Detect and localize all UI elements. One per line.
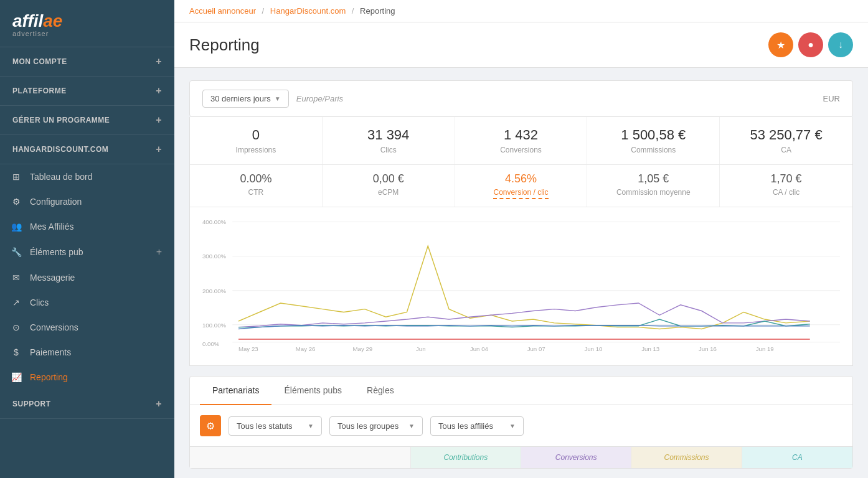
ecpm-label: eCPM [335,188,442,197]
download-button[interactable]: ↓ [828,32,853,57]
table-header: Contributions Conversions Commissions CA [190,446,852,468]
filter-left: 30 derniers jours ▼ Europe/Paris [202,90,343,108]
commissions-value: 1 500,58 € [600,127,707,143]
mail-icon: ✉ [10,273,22,283]
breadcrumb-site[interactable]: HangarDiscount.com [270,6,346,16]
filter-bar: 30 derniers jours ▼ Europe/Paris EUR [189,80,853,117]
sidebar-item-messagerie[interactable]: ✉ Messagerie [0,265,174,290]
tool-icon: 🔧 [10,247,22,257]
stat-commissions: 1 500,58 € Commissions [587,117,720,164]
tab-regles[interactable]: Règles [354,377,407,405]
affilies-filter[interactable]: Tous les affiliés ▼ [430,416,524,436]
users-icon: 👥 [10,222,22,232]
groups-filter[interactable]: Tous les groupes ▼ [329,416,423,436]
stats-row2: 0.00% CTR 0,00 € eCPM 4.56% Conversion /… [190,165,852,207]
th-empty [190,447,411,468]
svg-text:Jun 13: Jun 13 [641,345,659,352]
plus-icon: + [156,85,162,96]
sidebar-header-plateforme[interactable]: PLATEFORME + [0,77,174,105]
svg-text:Jun 10: Jun 10 [584,345,602,352]
sidebar-item-tableau-de-bord[interactable]: ⊞ Tableau de bord [0,164,174,189]
chart-svg: 400.00% 300.00% 200.00% 100.00% 0.00% Ma… [202,213,840,357]
ecpm-value: 0,00 € [335,172,442,185]
breadcrumb-home[interactable]: Accueil annonceur [189,6,256,16]
sidebar-item-reporting[interactable]: 📈 Reporting [0,365,174,390]
ca-clic-label: CA / clic [732,188,840,197]
period-select[interactable]: 30 derniers jours ▼ [202,90,289,108]
filter-row: ⚙ Tous les statuts ▼ Tous les groupes ▼ … [190,405,852,446]
comm-moy-label: Commission moyenne [600,188,707,197]
sidebar-item-clics[interactable]: ↗ Clics [0,290,174,315]
sidebar-item-mes-affilies[interactable]: 👥 Mes Affiliés [0,214,174,239]
th-contributions: Contributions [411,447,521,468]
sidebar-item-conversions[interactable]: ⊙ Conversions [0,315,174,340]
commissions-label: Commissions [600,146,707,154]
svg-text:400.00%: 400.00% [202,218,227,225]
svg-text:Jun 19: Jun 19 [756,345,774,352]
record-button[interactable]: ● [798,32,823,57]
sidebar-item-configuration[interactable]: ⚙ Configuration [0,189,174,214]
star-button[interactable]: ★ [768,32,793,57]
svg-text:May 26: May 26 [296,345,316,352]
stats-container: 0 Impressions 31 394 Clics 1 432 Convers… [189,117,853,366]
svg-text:Jun 16: Jun 16 [699,345,717,352]
ca-label: CA [732,146,840,154]
breadcrumb: Accueil annonceur / HangarDiscount.com /… [174,0,868,22]
expand-icon: + [156,246,162,258]
clics-label: Clics [335,146,442,154]
page-header: Reporting ★ ● ↓ [174,22,868,68]
svg-text:Jun 04: Jun 04 [470,345,489,352]
payment-icon: $ [10,347,22,357]
impressions-value: 0 [202,127,309,143]
header-actions: ★ ● ↓ [768,32,853,57]
gear-button[interactable]: ⚙ [200,415,221,436]
breadcrumb-current: Reporting [360,6,395,16]
stat-conv-clic: 4.56% Conversion / clic [455,165,588,207]
stat-ctr: 0.00% CTR [190,165,323,207]
status-dropdown-arrow: ▼ [308,423,314,429]
conversion-icon: ⊙ [10,322,22,332]
dropdown-arrow: ▼ [275,95,281,102]
stat-impressions: 0 Impressions [190,117,323,164]
ca-clic-value: 1,70 € [732,172,840,185]
sidebar-header-hangardiscount[interactable]: HANGARDISCOUNT.COM + [0,135,174,164]
gear-icon: ⚙ [10,197,22,207]
svg-text:100.00%: 100.00% [202,322,227,329]
grid-icon: ⊞ [10,172,22,182]
affilies-dropdown-arrow: ▼ [509,423,516,429]
main-content: Accueil annonceur / HangarDiscount.com /… [174,0,868,478]
stat-ca-clic: 1,70 € CA / clic [720,165,852,207]
stats-row1: 0 Impressions 31 394 Clics 1 432 Convers… [190,117,852,165]
ca-value: 53 250,77 € [732,127,840,143]
ctr-value: 0.00% [202,172,309,185]
sidebar-section-support: SUPPORT + [0,390,174,419]
tab-partenariats[interactable]: Partenariats [200,377,271,405]
sidebar-item-paiements[interactable]: $ Paiements [0,340,174,365]
sidebar-header-gerer-programme[interactable]: GÉRER UN PROGRAMME + [0,106,174,134]
svg-text:May 29: May 29 [353,345,373,352]
breadcrumb-sep2: / [352,6,354,16]
content-area: 30 derniers jours ▼ Europe/Paris EUR 0 I… [174,68,868,478]
sidebar-item-elements-pub[interactable]: 🔧 Éléments pub + [0,239,174,265]
conv-clic-value: 4.56% [468,172,575,185]
impressions-label: Impressions [202,146,309,154]
page-title: Reporting [189,35,260,55]
stat-comm-moy: 1,05 € Commission moyenne [587,165,720,207]
click-icon: ↗ [10,298,22,307]
stat-ecpm: 0,00 € eCPM [323,165,455,207]
stat-conversions: 1 432 Conversions [455,117,588,164]
chart-area: 400.00% 300.00% 200.00% 100.00% 0.00% Ma… [190,207,852,365]
status-filter[interactable]: Tous les statuts ▼ [229,416,322,436]
svg-text:Jun: Jun [416,345,426,352]
breadcrumb-sep1: / [262,6,265,16]
plus-icon: + [156,144,162,155]
svg-text:0.00%: 0.00% [202,340,220,347]
tab-elements-pubs[interactable]: Éléments pubs [271,377,354,405]
logo: affilae advertiser [0,0,174,47]
currency-label: EUR [823,94,840,103]
tabs: Partenariats Éléments pubs Règles [190,377,852,405]
conversions-label: Conversions [468,146,575,154]
sidebar-header-mon-compte[interactable]: MON COMPTE + [0,47,174,76]
comm-moy-value: 1,05 € [600,172,707,185]
sidebar-header-support[interactable]: SUPPORT + [0,390,174,418]
